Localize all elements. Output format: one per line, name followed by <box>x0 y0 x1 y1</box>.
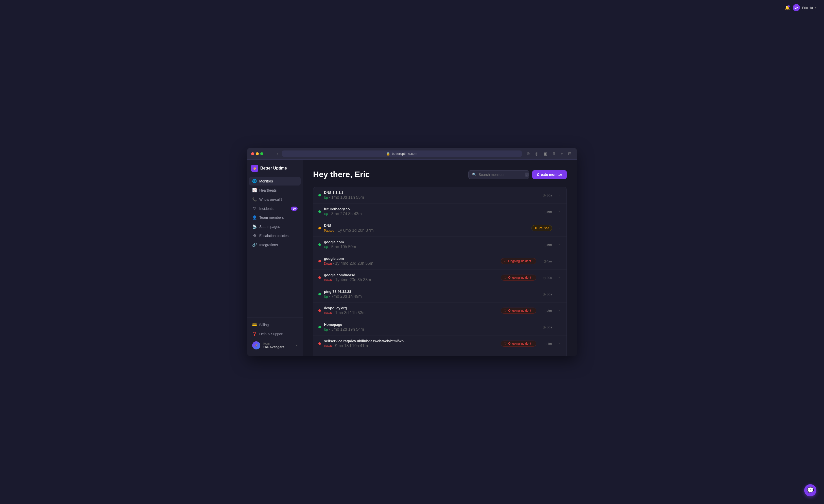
sidebar-item-label: Heartbeats <box>259 188 277 192</box>
sidebar-item-status[interactable]: 📡 Status pages <box>249 222 301 231</box>
monitor-row[interactable]: selfservice.ratpdev.uk/llubdasweb/web/ht… <box>313 335 566 352</box>
back-button[interactable]: ‹ <box>276 151 279 156</box>
monitor-name: DNS <box>324 224 528 228</box>
interval-badge: ◷ 30s <box>539 292 552 296</box>
chat-widget[interactable]: 💬 <box>804 484 816 496</box>
monitor-info: google.com Up · 5mo 10h 50m <box>324 240 533 249</box>
split-view-button[interactable]: ⊟ <box>566 151 573 157</box>
monitor-menu-button[interactable]: ··· <box>555 307 561 314</box>
monitor-status-text: Down <box>324 278 332 282</box>
monitor-menu-button[interactable]: ··· <box>555 192 561 198</box>
app-name: Better Uptime <box>260 166 287 171</box>
status-dot <box>318 342 321 345</box>
sidebar-item-help[interactable]: ❓ Help & Support <box>249 330 301 338</box>
monitor-menu-button[interactable]: ··· <box>555 241 561 248</box>
monitor-row[interactable]: ping 78.46.32.28 Up · 7mo 28d 1h 49m ◷ 3… <box>313 286 566 303</box>
team-name: The Avengers <box>263 345 294 349</box>
monitor-row[interactable]: google.com/noasd Down · 1y 4mo 23d 3h 33… <box>313 270 566 286</box>
monitor-row[interactable]: DNS 1.1.1.1 Up · 1mo 10d 11h 55m ◷ 30s ·… <box>313 187 566 204</box>
monitor-uptime: · 1y 4mo 23d 3h 33m <box>333 278 371 282</box>
monitor-menu-button[interactable]: ··· <box>555 208 561 215</box>
monitor-row[interactable]: google.com Down · 1y 4mo 20d 23h 56m 🛡 O… <box>313 253 566 270</box>
incident-badge[interactable]: 🛡 Ongoing incident › <box>501 258 536 264</box>
incident-badge[interactable]: 🛡 Ongoing incident › <box>501 340 536 347</box>
heartbeat-icon: 📈 <box>252 188 257 193</box>
phone-icon: 📞 <box>252 197 257 202</box>
monitor-menu-button[interactable]: ··· <box>555 274 561 281</box>
team-avatar: 🦸 <box>252 341 260 349</box>
monitor-menu-button[interactable]: ··· <box>555 291 561 297</box>
minimize-button[interactable] <box>256 152 259 155</box>
new-tab-button[interactable]: + <box>559 151 564 157</box>
monitor-status-text: Down <box>324 311 332 315</box>
maximize-button[interactable] <box>260 152 263 155</box>
clock-icon: ◷ <box>543 325 546 329</box>
monitor-menu-button[interactable]: ··· <box>555 225 561 231</box>
clock-icon: ◷ <box>544 210 546 214</box>
monitor-info: google.com Down · 1y 4mo 20d 23h 56m <box>324 257 498 266</box>
incident-icon: 🛡 <box>504 342 507 345</box>
clock-icon: ◷ <box>544 309 546 313</box>
monitor-menu-button[interactable]: ··· <box>555 258 561 265</box>
sidebar-item-label: Status pages <box>259 225 280 229</box>
interval-badge: ◷ 3m <box>539 309 552 313</box>
sidebar-item-billing[interactable]: 💳 Billing <box>249 320 301 329</box>
monitor-row[interactable]: Homepage Up · 3mo 12d 19h 54m ◷ 30s ··· <box>313 319 566 335</box>
monitor-uptime: · 1mo 10d 11h 55m <box>329 195 364 199</box>
team-section[interactable]: 🦸 Team The Avengers ▾ <box>249 339 301 352</box>
extensions-button[interactable]: ⊕ <box>525 151 531 157</box>
incident-icon: 🛡 <box>504 260 507 263</box>
sidebar-item-label: Escalation policies <box>259 234 289 238</box>
sidebar: ⚡ Better Uptime 🌐 Monitors 📈 Heartbeats … <box>247 160 303 356</box>
sidebar-item-heartbeats[interactable]: 📈 Heartbeats <box>249 186 301 195</box>
interval-badge: ◷ 30s <box>539 325 552 329</box>
monitor-info: mijnvoedingsplan.nl Up <box>324 356 533 356</box>
monitor-row[interactable]: futuretheory.co Up · 3mo 27d 8h 43m ◷ 5m… <box>313 204 566 220</box>
sidebar-item-label: Integrations <box>259 243 278 247</box>
monitor-badges: 🛡 Ongoing incident › <box>501 308 536 314</box>
incident-badge[interactable]: 🛡 Ongoing incident › <box>501 275 536 281</box>
shield-icon: 🛡 <box>252 206 257 211</box>
browser-window: ⊞ ‹ 🔒 betteruptime.com ⊕ ◎ ▣ ⬆ + ⊟ ⚡ Bet… <box>247 148 577 356</box>
monitor-name: devpolicy.org <box>324 306 498 310</box>
monitor-menu-button[interactable]: ··· <box>555 324 561 330</box>
paused-label: Paused <box>539 226 549 230</box>
monitor-menu-button[interactable]: ··· <box>555 340 561 347</box>
search-input[interactable] <box>479 173 523 177</box>
sidebar-toggle-button[interactable]: ⊞ <box>269 151 274 156</box>
logo-icon: ⚡ <box>251 165 258 172</box>
monitor-badges: 🛡 Ongoing incident › <box>501 258 536 264</box>
incident-badge[interactable]: 🛡 Ongoing incident › <box>501 308 536 314</box>
close-button[interactable] <box>251 152 254 155</box>
search-box[interactable]: 🔍 / <box>468 170 529 179</box>
interval-badge: ◷ 30s <box>539 276 552 280</box>
paused-badge: ⏸ Paused <box>531 225 552 231</box>
sidebar-item-incidents[interactable]: 🛡 Incidents 20 <box>249 204 301 213</box>
monitor-badges: ⏸ Paused <box>531 225 552 231</box>
sidebar-bottom: 💳 Billing ❓ Help & Support 🦸 Team The Av… <box>247 317 303 352</box>
sidebar-item-oncall[interactable]: 📞 Who's on-call? <box>249 195 301 204</box>
sidebar-item-integrations[interactable]: 🔗 Integrations <box>249 240 301 249</box>
address-bar[interactable]: 🔒 betteruptime.com <box>282 150 522 157</box>
sidebar-item-team[interactable]: 👤 Team members <box>249 213 301 222</box>
bookmarks-button[interactable]: ◎ <box>533 151 540 157</box>
status-dot <box>318 276 321 279</box>
sidebar-nav: 🌐 Monitors 📈 Heartbeats 📞 Who's on-call?… <box>247 177 303 314</box>
share-button[interactable]: ⬆ <box>551 151 557 157</box>
sidebar-item-escalation[interactable]: ⚙ Escalation policies <box>249 231 301 240</box>
monitor-row[interactable]: devpolicy.org Down · 1mo 3d 11h 53m 🛡 On… <box>313 303 566 319</box>
clock-icon: ◷ <box>544 342 546 346</box>
monitor-row[interactable]: mijnvoedingsplan.nl Up ◷ 3m ··· <box>313 352 566 356</box>
monitor-uptime: · 1y 4mo 20d 23h 56m <box>333 261 373 266</box>
monitor-row[interactable]: google.com Up · 5mo 10h 50m ◷ 5m ··· <box>313 236 566 253</box>
status-dot <box>318 293 321 295</box>
devtools-button[interactable]: ▣ <box>542 151 549 157</box>
url-text: betteruptime.com <box>392 152 417 156</box>
monitor-badges: 🛡 Ongoing incident › <box>501 275 536 281</box>
search-icon: 🔍 <box>472 173 477 177</box>
monitor-row[interactable]: DNS Paused · 1y 6mo 1d 20h 37m ⏸ Paused … <box>313 220 566 236</box>
sidebar-item-monitors[interactable]: 🌐 Monitors <box>249 177 301 186</box>
interval-badge: ◷ 5m <box>539 210 552 214</box>
lock-icon: 🔒 <box>386 152 390 156</box>
create-monitor-button[interactable]: Create monitor <box>532 170 567 179</box>
